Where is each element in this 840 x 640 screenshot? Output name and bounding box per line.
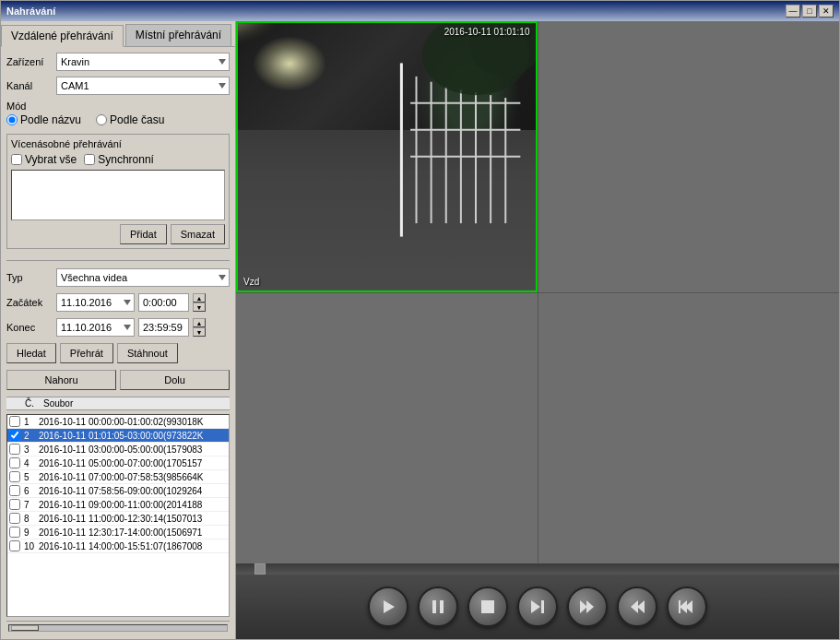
file-list[interactable]: 1 2016-10-11 00:00:00-01:00:02(993018K 2… bbox=[6, 414, 230, 617]
svg-marker-24 bbox=[631, 600, 638, 613]
pause-ctrl-button[interactable] bbox=[418, 587, 458, 627]
row-num-6: 6 bbox=[24, 486, 39, 496]
row-num-10: 10 bbox=[24, 541, 39, 551]
table-row[interactable]: 10 2016-10-11 14:00:00-15:51:07(1867008 bbox=[7, 539, 229, 553]
end-label: Konec bbox=[6, 322, 53, 333]
end-date-select[interactable]: 11.10.2016 bbox=[56, 318, 135, 337]
select-all-input[interactable] bbox=[11, 154, 22, 165]
row-checkbox-6[interactable] bbox=[9, 485, 20, 496]
table-row[interactable]: 3 2016-10-11 03:00:00-05:00:00(1579083 bbox=[7, 443, 229, 456]
video-cell-4[interactable] bbox=[538, 293, 840, 564]
video-cell-1[interactable]: 2016-10-11 01:01:10 Vzd bbox=[236, 21, 538, 292]
controls-bar bbox=[236, 575, 839, 639]
fast-forward-button[interactable] bbox=[567, 587, 608, 627]
play-button[interactable]: Přehrát bbox=[60, 343, 113, 363]
progress-track[interactable] bbox=[236, 563, 839, 575]
maximize-button[interactable]: □ bbox=[802, 5, 817, 18]
th-check bbox=[8, 398, 25, 409]
delete-button[interactable]: Smazat bbox=[171, 224, 225, 244]
play-ctrl-button[interactable] bbox=[368, 587, 408, 627]
sync-checkbox[interactable]: Synchronní bbox=[84, 153, 154, 166]
sync-input[interactable] bbox=[84, 154, 95, 165]
table-row[interactable]: 8 2016-10-11 11:00:00-12:30:14(1507013 bbox=[7, 512, 229, 526]
progress-thumb[interactable] bbox=[254, 563, 266, 575]
select-all-checkbox[interactable]: Vybrat vše bbox=[11, 153, 77, 166]
start-time-down[interactable]: ▼ bbox=[193, 302, 206, 312]
slow-play-button[interactable] bbox=[517, 587, 558, 627]
tab-remote[interactable]: Vzdálené přehrávání bbox=[1, 25, 124, 47]
video-cell-3[interactable] bbox=[236, 293, 538, 564]
svg-marker-26 bbox=[680, 600, 687, 613]
start-row: Začátek 11.10.2016 0:00:00 ▲ ▼ bbox=[6, 293, 230, 312]
table-row[interactable]: 9 2016-10-11 12:30:17-14:00:00(1506971 bbox=[7, 526, 229, 539]
multi-playback-section: Vícenásobné přehrávání Vybrat vše Synchr… bbox=[6, 134, 230, 249]
left-panel: Vzdálené přehrávání Místní přehrávání Za… bbox=[1, 21, 236, 639]
channel-row: Kanál CAM1 bbox=[6, 77, 230, 95]
table-row[interactable]: 6 2016-10-11 07:58:56-09:00:00(1029264 bbox=[7, 484, 229, 498]
row-file-9: 2016-10-11 12:30:17-14:00:00(1506971 bbox=[39, 527, 227, 538]
end-time-down[interactable]: ▼ bbox=[193, 327, 206, 337]
search-button[interactable]: Hledat bbox=[6, 343, 56, 363]
row-checkbox-3[interactable] bbox=[9, 444, 20, 455]
row-checkbox-7[interactable] bbox=[9, 499, 20, 510]
pause-icon bbox=[430, 599, 446, 615]
table-row[interactable]: 2 2016-10-11 01:01:05-03:00:00(973822K bbox=[7, 429, 229, 443]
mode-by-time-radio[interactable] bbox=[96, 114, 107, 125]
tab-bar: Vzdálené přehrávání Místní přehrávání bbox=[1, 21, 235, 47]
close-button[interactable]: ✕ bbox=[819, 5, 834, 18]
start-time-up[interactable]: ▲ bbox=[193, 293, 206, 302]
minimize-button[interactable]: — bbox=[786, 5, 800, 18]
row-checkbox-8[interactable] bbox=[9, 513, 20, 524]
video-cell-2[interactable] bbox=[538, 21, 840, 292]
start-time-input[interactable]: 0:00:00 bbox=[138, 293, 189, 312]
main-content: Vzdálené přehrávání Místní přehrávání Za… bbox=[1, 21, 839, 639]
type-select[interactable]: Všechna videa bbox=[56, 268, 230, 287]
svg-marker-19 bbox=[531, 600, 540, 613]
table-row[interactable]: 4 2016-10-11 05:00:00-07:00:00(1705157 bbox=[7, 456, 229, 470]
row-num-7: 7 bbox=[24, 500, 39, 510]
table-row[interactable]: 5 2016-10-11 07:00:00-07:58:53(985664K bbox=[7, 470, 229, 484]
end-time-input[interactable]: 23:59:59 bbox=[138, 318, 189, 337]
download-button[interactable]: Stáhnout bbox=[117, 343, 178, 363]
add-button[interactable]: Přidat bbox=[120, 224, 167, 244]
row-num-4: 4 bbox=[24, 458, 39, 468]
svg-rect-18 bbox=[481, 600, 494, 613]
row-checkbox-2[interactable] bbox=[9, 430, 20, 441]
device-label: Zařízení bbox=[6, 56, 53, 67]
right-panel: 2016-10-11 01:01:10 Vzd bbox=[236, 21, 839, 639]
scroll-thumb[interactable] bbox=[11, 625, 39, 631]
row-checkbox-4[interactable] bbox=[9, 457, 20, 468]
camera-feed bbox=[238, 23, 536, 290]
scroll-track[interactable] bbox=[8, 624, 228, 632]
fast-rewind-button[interactable] bbox=[667, 587, 707, 627]
table-row[interactable]: 1 2016-10-11 00:00:00-01:00:02(993018K bbox=[7, 415, 229, 429]
title-bar: Nahrávání — □ ✕ bbox=[1, 1, 839, 21]
up-button[interactable]: Nahoru bbox=[6, 370, 116, 390]
stop-ctrl-button[interactable] bbox=[467, 587, 508, 627]
row-checkbox-5[interactable] bbox=[9, 471, 20, 482]
row-file-2: 2016-10-11 01:01:05-03:00:00(973822K bbox=[39, 431, 227, 441]
row-checkbox-10[interactable] bbox=[9, 540, 20, 551]
down-button[interactable]: Dolu bbox=[120, 370, 230, 390]
horizontal-scrollbar[interactable] bbox=[6, 621, 230, 634]
svg-marker-22 bbox=[586, 600, 594, 613]
start-date-select[interactable]: 11.10.2016 bbox=[56, 293, 135, 312]
device-select[interactable]: Kravin bbox=[56, 53, 230, 71]
tab-local[interactable]: Místní přehrávání bbox=[125, 24, 231, 46]
row-file-3: 2016-10-11 03:00:00-05:00:00(1579083 bbox=[39, 444, 227, 455]
mode-by-name[interactable]: Podle názvu bbox=[6, 113, 81, 126]
end-time-up[interactable]: ▲ bbox=[193, 318, 206, 327]
title-bar-controls: — □ ✕ bbox=[786, 5, 834, 18]
svg-rect-17 bbox=[440, 600, 444, 613]
row-checkbox-1[interactable] bbox=[9, 416, 20, 427]
svg-marker-21 bbox=[580, 600, 587, 613]
rewind-button[interactable] bbox=[617, 587, 657, 627]
mode-by-name-radio[interactable] bbox=[6, 114, 18, 125]
table-row[interactable]: 7 2016-10-11 09:00:00-11:00:00(2014188 bbox=[7, 498, 229, 512]
row-num-1: 1 bbox=[24, 417, 39, 427]
th-num: Č. bbox=[25, 398, 43, 409]
progress-bar[interactable] bbox=[236, 563, 839, 575]
mode-by-time[interactable]: Podle času bbox=[96, 113, 164, 126]
row-checkbox-9[interactable] bbox=[9, 527, 20, 538]
channel-select[interactable]: CAM1 bbox=[56, 77, 230, 95]
